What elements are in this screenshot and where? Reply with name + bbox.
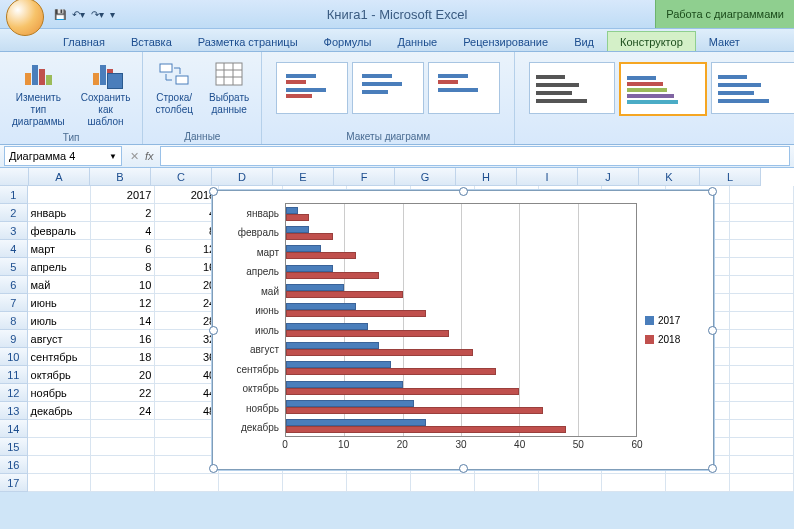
cell[interactable] <box>411 474 475 492</box>
cell[interactable] <box>91 438 155 456</box>
worksheet[interactable]: ABCDEFGHIJKL январьфевральмартапрельмайи… <box>0 168 794 492</box>
cell[interactable] <box>666 474 730 492</box>
style-option-3[interactable] <box>711 62 794 114</box>
cell[interactable]: 18 <box>91 348 155 366</box>
col-header[interactable]: F <box>334 168 395 186</box>
cell[interactable] <box>730 276 794 294</box>
row-header[interactable]: 12 <box>0 384 28 402</box>
cell[interactable]: август <box>28 330 92 348</box>
save-as-template-button[interactable]: Сохранить как шаблон <box>77 56 135 130</box>
row-header[interactable]: 4 <box>0 240 28 258</box>
cell[interactable]: май <box>28 276 92 294</box>
cell[interactable] <box>730 438 794 456</box>
cell[interactable] <box>730 186 794 204</box>
tab-layout[interactable]: Макет <box>696 31 753 51</box>
cell[interactable]: декабрь <box>28 402 92 420</box>
fx-icon[interactable]: fx <box>145 150 154 162</box>
bar[interactable] <box>286 426 566 433</box>
col-header[interactable]: L <box>700 168 761 186</box>
bar[interactable] <box>286 272 379 279</box>
cell[interactable] <box>219 474 283 492</box>
row-header[interactable]: 2 <box>0 204 28 222</box>
cell[interactable] <box>730 366 794 384</box>
cell[interactable] <box>91 420 155 438</box>
col-header[interactable]: G <box>395 168 456 186</box>
cell[interactable] <box>28 474 92 492</box>
cell[interactable]: июнь <box>28 294 92 312</box>
cell[interactable] <box>91 474 155 492</box>
cell[interactable]: февраль <box>28 222 92 240</box>
cell[interactable]: 22 <box>91 384 155 402</box>
row-header[interactable]: 16 <box>0 456 28 474</box>
row-header[interactable]: 10 <box>0 348 28 366</box>
cell[interactable]: 4 <box>155 204 219 222</box>
cell[interactable] <box>730 384 794 402</box>
chart-object[interactable]: январьфевральмартапрельмайиюньиюльавгуст… <box>212 190 714 470</box>
cell[interactable] <box>730 240 794 258</box>
bar[interactable] <box>286 207 298 214</box>
cell[interactable]: 20 <box>155 276 219 294</box>
row-header[interactable]: 15 <box>0 438 28 456</box>
legend-item-2017[interactable]: 2017 <box>645 315 705 326</box>
chart-plot-area[interactable]: январьфевральмартапрельмайиюньиюльавгуст… <box>225 203 637 457</box>
bar[interactable] <box>286 303 356 310</box>
cell[interactable]: апрель <box>28 258 92 276</box>
cell[interactable]: 44 <box>155 384 219 402</box>
col-header[interactable]: K <box>639 168 700 186</box>
cell[interactable] <box>730 474 794 492</box>
cell[interactable]: 24 <box>155 294 219 312</box>
cell[interactable]: 8 <box>91 258 155 276</box>
bar[interactable] <box>286 330 449 337</box>
bar[interactable] <box>286 388 519 395</box>
save-icon[interactable]: 💾 <box>54 9 66 20</box>
cell[interactable]: 2017 <box>91 186 155 204</box>
row-header[interactable]: 14 <box>0 420 28 438</box>
row-header[interactable]: 8 <box>0 312 28 330</box>
col-header[interactable]: C <box>151 168 212 186</box>
row-header[interactable]: 13 <box>0 402 28 420</box>
cell[interactable]: 6 <box>91 240 155 258</box>
bar[interactable] <box>286 226 309 233</box>
cell[interactable] <box>730 348 794 366</box>
cell[interactable]: 10 <box>91 276 155 294</box>
cell[interactable] <box>730 204 794 222</box>
col-header[interactable]: B <box>90 168 151 186</box>
cell[interactable] <box>28 456 92 474</box>
cell[interactable]: 12 <box>91 294 155 312</box>
bar[interactable] <box>286 419 426 426</box>
bar[interactable] <box>286 368 496 375</box>
cell[interactable]: 16 <box>91 330 155 348</box>
bar[interactable] <box>286 252 356 259</box>
bar[interactable] <box>286 400 414 407</box>
row-header[interactable]: 1 <box>0 186 28 204</box>
bar[interactable] <box>286 233 333 240</box>
cell[interactable]: 36 <box>155 348 219 366</box>
cell[interactable]: 14 <box>91 312 155 330</box>
cell[interactable]: сентябрь <box>28 348 92 366</box>
cell[interactable] <box>730 312 794 330</box>
row-header[interactable]: 11 <box>0 366 28 384</box>
cell[interactable]: октябрь <box>28 366 92 384</box>
style-option-2[interactable] <box>619 62 707 116</box>
style-option-1[interactable] <box>529 62 615 114</box>
bar[interactable] <box>286 381 403 388</box>
tab-page-layout[interactable]: Разметка страницы <box>185 31 311 51</box>
cell[interactable] <box>730 258 794 276</box>
cell[interactable]: 2 <box>91 204 155 222</box>
cell[interactable] <box>602 474 666 492</box>
bar[interactable] <box>286 310 426 317</box>
cell[interactable]: 48 <box>155 402 219 420</box>
cell[interactable]: 40 <box>155 366 219 384</box>
tab-data[interactable]: Данные <box>384 31 450 51</box>
undo-icon[interactable]: ↶▾ <box>72 9 85 20</box>
col-header[interactable]: H <box>456 168 517 186</box>
cell[interactable] <box>730 402 794 420</box>
cell[interactable] <box>28 420 92 438</box>
bar[interactable] <box>286 265 333 272</box>
col-header[interactable]: J <box>578 168 639 186</box>
row-header[interactable]: 6 <box>0 276 28 294</box>
bar[interactable] <box>286 323 368 330</box>
cell[interactable] <box>155 474 219 492</box>
tab-formulas[interactable]: Формулы <box>311 31 385 51</box>
cell[interactable]: январь <box>28 204 92 222</box>
